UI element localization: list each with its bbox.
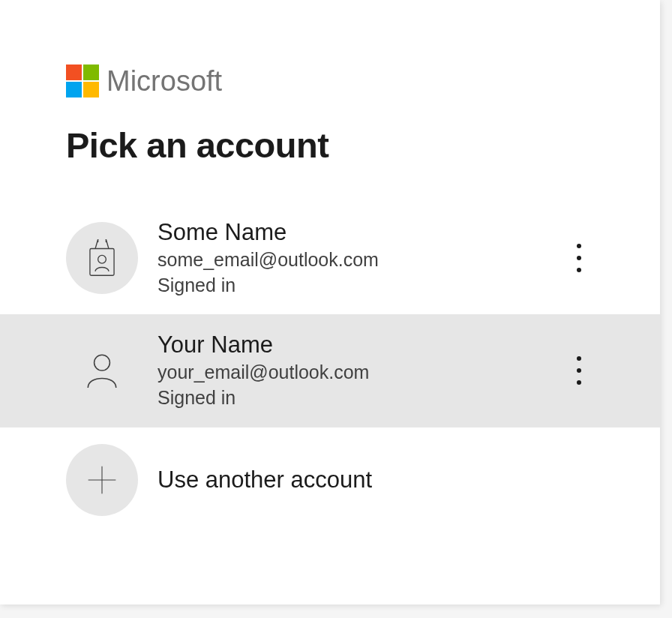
- brand-name: Microsoft: [106, 65, 222, 98]
- kebab-dot-icon: [577, 244, 581, 248]
- kebab-dot-icon: [577, 256, 581, 260]
- svg-point-2: [94, 356, 110, 371]
- account-status: Signed in: [158, 386, 564, 411]
- kebab-dot-icon: [577, 380, 581, 385]
- account-info: Your Name your_email@outlook.com Signed …: [158, 331, 564, 410]
- kebab-dot-icon: [577, 368, 581, 373]
- id-badge-icon: [66, 222, 138, 294]
- svg-rect-0: [90, 249, 114, 276]
- account-option[interactable]: Your Name your_email@outlook.com Signed …: [0, 314, 660, 427]
- kebab-dot-icon: [577, 356, 581, 361]
- account-email: your_email@outlook.com: [158, 360, 564, 386]
- account-status: Signed in: [158, 273, 564, 298]
- account-email: some_email@outlook.com: [158, 248, 564, 273]
- header: Microsoft Pick an account: [0, 0, 660, 166]
- kebab-dot-icon: [577, 268, 581, 272]
- page-title: Pick an account: [66, 124, 594, 166]
- account-display-name: Your Name: [158, 331, 564, 360]
- account-picker-card: Microsoft Pick an account Some Name some…: [0, 0, 660, 604]
- plus-icon: [66, 444, 138, 516]
- brand-row: Microsoft: [66, 64, 594, 98]
- account-info: Some Name some_email@outlook.com Signed …: [158, 218, 564, 298]
- use-another-account-label: Use another account: [158, 466, 372, 494]
- account-display-name: Some Name: [158, 218, 564, 248]
- account-list: Some Name some_email@outlook.com Signed …: [0, 202, 660, 532]
- account-menu-button[interactable]: [564, 239, 594, 277]
- microsoft-logo-icon: [66, 64, 99, 98]
- svg-point-1: [98, 256, 106, 264]
- account-menu-button[interactable]: [564, 352, 594, 389]
- account-option[interactable]: Some Name some_email@outlook.com Signed …: [0, 202, 660, 314]
- person-icon: [66, 334, 138, 406]
- use-another-account-button[interactable]: Use another account: [0, 428, 660, 532]
